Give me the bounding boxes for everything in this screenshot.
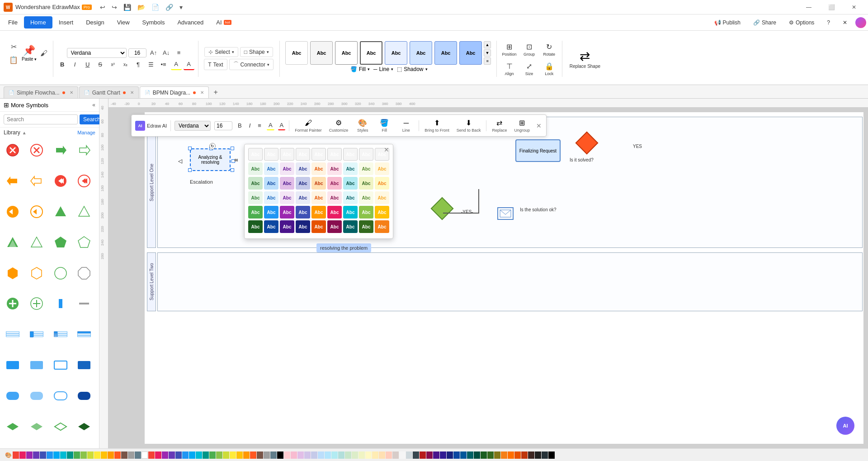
color-swatch[interactable] <box>304 451 311 459</box>
tab-simple-flowchart[interactable]: 📄 Simple Flowcha... ✕ <box>4 86 78 98</box>
color-swatch[interactable] <box>216 451 222 459</box>
color-swatch[interactable] <box>284 451 290 459</box>
increase-font-button[interactable]: A↑ <box>148 48 159 58</box>
resolving-text[interactable]: resolving the problem <box>316 243 371 252</box>
color-swatch[interactable] <box>53 451 60 459</box>
style-picker-cell-r2-c0[interactable]: Abc <box>248 177 263 190</box>
symbol-rounded-dark[interactable] <box>74 386 94 406</box>
edraw-ai-button[interactable]: AI <box>836 417 854 435</box>
escalation-label[interactable]: Escalation <box>190 179 213 185</box>
superscript-button[interactable]: x² <box>108 59 118 70</box>
style-picker-cell-r3-c4[interactable]: Abc <box>311 191 326 204</box>
style-picker-cell-r0-c6[interactable]: Abc <box>343 148 358 161</box>
symbol-up-outline[interactable] <box>74 202 94 222</box>
symbol-flow-list3[interactable] <box>51 324 71 344</box>
menu-home[interactable]: Home <box>24 16 52 29</box>
style-picker-cell-r2-c2[interactable]: Abc <box>280 177 294 190</box>
color-swatch[interactable] <box>372 451 378 459</box>
color-swatch[interactable] <box>94 451 100 459</box>
lane-nav-left[interactable]: ◁ <box>175 157 184 166</box>
ctx-close-button[interactable]: ✕ <box>535 121 542 130</box>
ctx-font-select[interactable]: Verdana <box>175 121 211 131</box>
style-picker-cell-r2-c7[interactable]: Abc <box>359 177 373 190</box>
color-swatch[interactable] <box>514 451 521 459</box>
style-picker-cell-r5-c8[interactable]: Abc <box>375 220 389 233</box>
style-picker-cell-r4-c2[interactable]: Abc <box>280 206 294 219</box>
symbol-plus-green-filled[interactable] <box>3 294 23 314</box>
color-swatch[interactable] <box>162 451 168 459</box>
color-swatch[interactable] <box>331 451 338 459</box>
color-swatch[interactable] <box>135 451 141 459</box>
strikethrough-button[interactable]: S <box>95 59 106 70</box>
symbol-rect-light[interactable] <box>27 355 47 375</box>
decrease-font-button[interactable]: A↓ <box>161 48 172 58</box>
ctx-underline-color-button[interactable]: A <box>267 121 274 130</box>
style-picker-cell-r0-c5[interactable]: Abc <box>327 148 342 161</box>
color-swatch[interactable] <box>338 451 344 459</box>
color-swatch[interactable] <box>264 451 270 459</box>
symbol-back-outline[interactable] <box>27 202 47 222</box>
style-picker-cell-r1-c3[interactable]: Abc <box>296 162 310 175</box>
menu-insert[interactable]: Insert <box>52 16 80 29</box>
style-picker-cell-r4-c8[interactable]: Abc <box>375 206 389 219</box>
copy-button[interactable]: 📋 <box>7 54 20 66</box>
style-picker-cell-r4-c5[interactable]: Abc <box>327 206 342 219</box>
menu-file[interactable]: File <box>2 16 24 29</box>
text-highlight-button[interactable]: A <box>171 59 182 70</box>
style-picker-cell-r5-c6[interactable]: Abc <box>343 220 358 233</box>
line-style-button[interactable]: ─Line▾ <box>373 66 393 72</box>
shadow-button[interactable]: ⬚Shadow▾ <box>397 66 427 72</box>
align-button[interactable]: ≡ <box>174 48 184 58</box>
color-swatch[interactable] <box>386 451 392 459</box>
color-swatch[interactable] <box>155 451 161 459</box>
symbol-pentagon-outline[interactable] <box>74 233 94 252</box>
symbol-arrow-left-outline[interactable] <box>27 171 47 191</box>
symbol-rounded-light[interactable] <box>27 386 47 406</box>
symbol-back-orange[interactable] <box>3 202 23 222</box>
style-picker-cell-r3-c2[interactable]: Abc <box>280 191 294 204</box>
ctx-font-color-button[interactable]: A <box>278 121 286 130</box>
style-scroll-down[interactable]: ▼ <box>484 49 491 57</box>
style-picker-cell-r5-c7[interactable]: Abc <box>359 220 373 233</box>
sidebar-collapse-button[interactable]: « <box>92 102 95 108</box>
font-color-button[interactable]: A <box>184 59 194 70</box>
color-swatch[interactable] <box>60 451 66 459</box>
color-swatch[interactable] <box>365 451 372 459</box>
symbol-diamond-blue[interactable] <box>3 417 23 437</box>
options-button[interactable]: ⚙Options <box>784 18 819 28</box>
handle-tr[interactable] <box>231 147 234 150</box>
style-picker-cell-r0-c2[interactable]: Abc <box>280 148 294 161</box>
style-picker-cell-r0-c1[interactable]: Abc <box>264 148 278 161</box>
color-swatch[interactable] <box>40 451 46 459</box>
text-tool-button[interactable]: TText <box>204 59 227 70</box>
menu-ai[interactable]: AI hot <box>210 16 237 29</box>
tab-close-1[interactable]: ✕ <box>130 90 134 95</box>
color-swatch[interactable] <box>420 451 426 459</box>
color-swatch[interactable] <box>33 451 39 459</box>
finalizing-shape[interactable]: Finalizing Request <box>515 139 561 162</box>
style-3[interactable]: Abc <box>360 41 382 65</box>
share-nav-button[interactable]: 🔗Share <box>749 18 781 28</box>
color-swatch[interactable] <box>548 451 555 459</box>
color-swatch[interactable] <box>19 451 26 459</box>
group-button[interactable]: ⊡Group <box>520 41 538 58</box>
color-swatch[interactable] <box>311 451 317 459</box>
style-picker-cell-r1-c6[interactable]: Abc <box>343 162 358 175</box>
color-swatch[interactable] <box>345 451 351 459</box>
symbol-flow-list1[interactable] <box>3 324 23 344</box>
style-picker-cell-r5-c4[interactable]: Abc <box>311 220 326 233</box>
color-swatch[interactable] <box>114 451 121 459</box>
ctx-replace-button[interactable]: ⇄ Replace <box>490 117 509 134</box>
bullet-button[interactable]: •≡ <box>158 59 169 70</box>
bold-button[interactable]: B <box>57 59 68 70</box>
style-picker-cell-r0-c7[interactable]: Abc <box>359 148 373 161</box>
symbol-bar-blue[interactable] <box>51 294 71 314</box>
symbol-dash-gray[interactable] <box>74 294 94 314</box>
symbol-arrow-right-outline[interactable] <box>74 140 94 160</box>
color-swatch[interactable] <box>467 451 473 459</box>
symbol-x-orange-circle[interactable] <box>27 140 47 160</box>
color-swatch[interactable] <box>257 451 263 459</box>
close-button[interactable]: ✕ <box>844 0 864 14</box>
symbol-rounded-blue[interactable] <box>3 386 23 406</box>
color-swatch[interactable] <box>47 451 53 459</box>
